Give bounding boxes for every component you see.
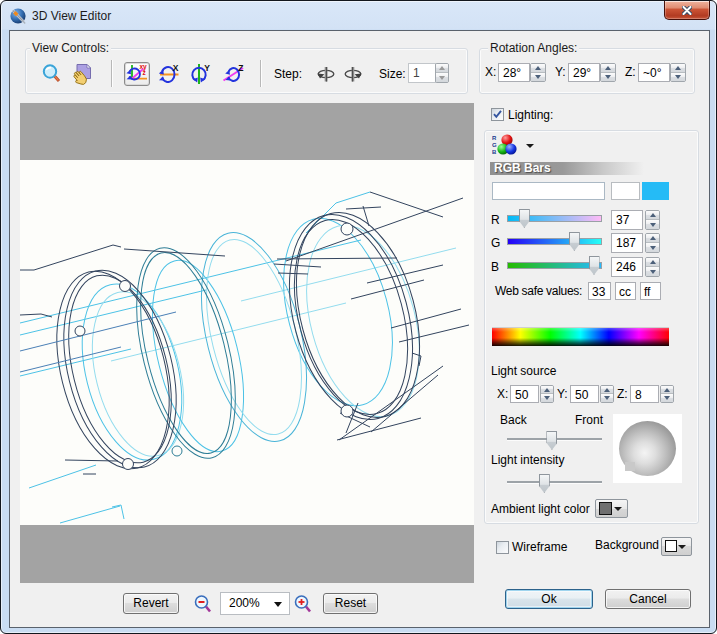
toolbar-separator-2 <box>260 60 261 87</box>
size-input[interactable]: 1 <box>408 63 436 83</box>
rot-y-spin-down[interactable] <box>601 73 615 82</box>
ambient-dropdown-arrow-icon <box>614 507 622 511</box>
view-3d-canvas[interactable] <box>20 103 474 583</box>
rot-x-input[interactable]: 28° <box>498 63 530 82</box>
websafe-label: Web safe values: <box>495 285 582 298</box>
hue-spectrum-bar[interactable] <box>492 327 669 346</box>
background-dropdown-arrow-icon <box>678 545 686 549</box>
websafe-r-field[interactable]: 33 <box>588 282 611 300</box>
g-value-input[interactable]: 187 <box>611 233 643 253</box>
cancel-button[interactable]: Cancel <box>605 589 691 609</box>
size-spinner[interactable] <box>435 63 449 83</box>
rot-x-label: X: <box>485 66 496 79</box>
size-label: Size: <box>379 68 406 81</box>
rot-z-spinner[interactable] <box>670 63 686 82</box>
rot-z-spin-up[interactable] <box>671 64 685 73</box>
revert-button[interactable]: Revert <box>123 593 179 614</box>
websafe-b-field[interactable]: ff <box>640 282 661 300</box>
rot-x-spinner[interactable] <box>530 63 546 82</box>
back-label: Back <box>500 414 527 427</box>
svg-text:z: z <box>143 69 147 76</box>
light-intensity-label: Light intensity <box>491 454 564 467</box>
app-icon <box>10 8 26 24</box>
title-bar[interactable]: 3D View Editor <box>1 1 716 30</box>
wireframe-checkbox[interactable] <box>496 541 509 554</box>
rot-y-spinner[interactable] <box>600 63 616 82</box>
ls-z-spin-down[interactable] <box>661 394 673 402</box>
step-rotate-right-icon[interactable] <box>342 65 364 83</box>
r-value-input[interactable]: 37 <box>611 210 643 230</box>
lighting-checkbox[interactable] <box>491 108 504 121</box>
close-icon <box>682 6 692 15</box>
svg-text:R: R <box>492 135 497 141</box>
rotate-z-icon[interactable]: Z <box>220 63 246 83</box>
rot-y-spin-up[interactable] <box>601 64 615 73</box>
color-swatch-current[interactable] <box>642 182 669 200</box>
rotation-angles-label: Rotation Angles: <box>488 42 579 54</box>
pan-tool-icon[interactable] <box>71 62 93 86</box>
websafe-g-field[interactable]: cc <box>615 282 636 300</box>
size-spin-up[interactable] <box>436 64 448 73</box>
background-color-dropdown[interactable] <box>661 537 692 556</box>
window-title: 3D View Editor <box>32 9 111 23</box>
r-spin-up[interactable] <box>646 211 659 220</box>
light-preview-highlight <box>625 462 635 471</box>
g-spinner[interactable] <box>645 233 660 253</box>
ls-y-input[interactable]: 50 <box>570 385 599 403</box>
g-label: G <box>491 237 500 250</box>
rotate-x-icon[interactable]: X <box>156 63 180 83</box>
ls-z-spin-up[interactable] <box>661 386 673 394</box>
step-rotate-left-icon[interactable] <box>315 65 337 83</box>
zoom-level-combobox[interactable]: 200% <box>220 592 290 615</box>
b-value-input[interactable]: 246 <box>611 257 643 277</box>
rot-x-spin-up[interactable] <box>531 64 545 73</box>
dialog-window: 3D View Editor View Controls: xy <box>0 0 717 634</box>
g-spin-down[interactable] <box>646 243 659 252</box>
ls-x-input[interactable]: 50 <box>510 385 539 403</box>
light-intensity-slider-track[interactable] <box>507 481 602 483</box>
background-color-swatch <box>665 540 677 552</box>
reset-button[interactable]: Reset <box>323 593 378 614</box>
b-spin-up[interactable] <box>646 258 659 267</box>
ls-x-spin-up[interactable] <box>541 386 553 394</box>
close-button[interactable] <box>664 1 710 20</box>
rot-x-spin-down[interactable] <box>531 73 545 82</box>
b-spin-down[interactable] <box>646 267 659 276</box>
ls-y-spin-down[interactable] <box>601 394 613 402</box>
r-spin-down[interactable] <box>646 220 659 229</box>
rgb-mode-icon[interactable]: R G B <box>492 133 520 156</box>
color-swatch-secondary[interactable] <box>611 182 640 200</box>
ls-x-spin-down[interactable] <box>541 394 553 402</box>
r-label: R <box>491 214 500 227</box>
r-spinner[interactable] <box>645 210 660 230</box>
rot-z-label: Z: <box>625 66 636 79</box>
b-slider-track[interactable] <box>507 262 602 269</box>
ambient-color-dropdown[interactable] <box>595 499 628 518</box>
g-slider-track[interactable] <box>507 238 602 245</box>
color-name-field[interactable] <box>492 182 605 200</box>
g-spin-up[interactable] <box>646 234 659 243</box>
toolbar-separator-1 <box>111 60 112 87</box>
ls-x-label: X: <box>497 388 508 401</box>
rotate-y-icon[interactable]: Y <box>189 63 213 85</box>
rot-z-spin-down[interactable] <box>671 73 685 82</box>
zoom-in-icon[interactable] <box>294 594 313 615</box>
b-spinner[interactable] <box>645 257 660 277</box>
ls-y-spinner[interactable] <box>600 385 614 403</box>
size-spin-down[interactable] <box>436 73 448 82</box>
ls-z-spinner[interactable] <box>660 385 674 403</box>
zoom-tool-icon[interactable] <box>42 63 62 84</box>
ls-x-spinner[interactable] <box>540 385 554 403</box>
ls-y-spin-up[interactable] <box>601 386 613 394</box>
rot-z-input[interactable]: ~0° <box>638 63 670 82</box>
lighting-label: Lighting: <box>508 109 553 122</box>
ls-z-label: Z: <box>617 388 628 401</box>
rgb-mode-dropdown-icon[interactable] <box>526 144 534 148</box>
ambient-color-swatch <box>599 502 612 515</box>
ls-z-input[interactable]: 8 <box>630 385 659 403</box>
view-controls-label: View Controls: <box>30 42 111 54</box>
zoom-out-icon[interactable] <box>194 594 213 615</box>
rot-y-input[interactable]: 29° <box>568 63 600 82</box>
rotate-free-icon[interactable]: xy z <box>125 63 150 86</box>
ok-button[interactable]: Ok <box>505 589 593 609</box>
